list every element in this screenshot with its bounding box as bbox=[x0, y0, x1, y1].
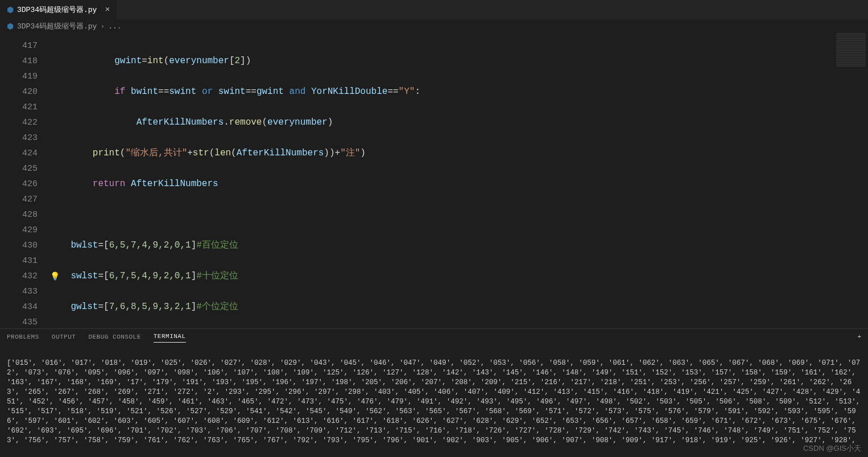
line-number: 435 bbox=[0, 315, 38, 328]
code-line bbox=[49, 207, 868, 223]
line-number: 428 bbox=[0, 207, 38, 223]
code-line: bwlst=[6,5,7,4,9,2,0,1]#百位定位 bbox=[49, 238, 868, 253]
chevron-right-icon: › bbox=[100, 22, 105, 31]
watermark: CSDN @GIS小天 bbox=[803, 443, 861, 454]
terminal-output: ['015', '016', '017', '018', '019', '025… bbox=[7, 359, 861, 447]
editor-tab-active[interactable]: ⬢ 3DP34码超级缩号器.py × bbox=[0, 0, 117, 19]
line-number: 429 bbox=[0, 223, 38, 238]
breadcrumb-file[interactable]: 3DP34码超级缩号器.py bbox=[17, 21, 97, 31]
breadcrumb: ⬢ 3DP34码超级缩号器.py › ... bbox=[0, 20, 868, 32]
line-number: 419 bbox=[0, 69, 38, 84]
python-file-icon: ⬢ bbox=[7, 22, 14, 31]
line-number: 425 bbox=[0, 161, 38, 176]
panel-actions: + bbox=[857, 334, 861, 340]
line-number: 424 bbox=[0, 146, 38, 161]
line-number: 434 bbox=[0, 299, 38, 315]
line-number-gutter: 417 418 419 420 421 422 423 424 425 426 … bbox=[0, 32, 49, 328]
line-number: 420 bbox=[0, 84, 38, 100]
tab-terminal[interactable]: TERMINAL bbox=[154, 331, 186, 343]
code-editor[interactable]: 417 418 419 420 421 422 423 424 425 426 … bbox=[0, 32, 868, 328]
line-number: 430 bbox=[0, 238, 38, 253]
line-number: 422 bbox=[0, 115, 38, 130]
line-number: 431 bbox=[0, 253, 38, 269]
code-line: return AfterKillNumbers bbox=[49, 176, 868, 192]
line-number: 432 bbox=[0, 269, 38, 284]
code-line: if bwint==swint or swint==gwint and YorN… bbox=[49, 84, 868, 100]
code-line: print("缩水后,共计"+str(len(AfterKillNumbers)… bbox=[49, 146, 868, 161]
tab-output[interactable]: OUTPUT bbox=[52, 331, 76, 343]
tab-bar: ⬢ 3DP34码超级缩号器.py × bbox=[0, 0, 868, 20]
lightbulb-icon[interactable]: 💡 bbox=[50, 271, 58, 279]
code-line: gwint=int(everynumber[2]) bbox=[49, 53, 868, 69]
line-number: 418 bbox=[0, 53, 38, 69]
tab-filename: 3DP34码超级缩号器.py bbox=[17, 5, 97, 15]
minimap[interactable] bbox=[834, 32, 868, 328]
code-line: gwlst=[7,6,8,5,9,3,2,1]#个位定位 bbox=[49, 299, 868, 315]
tab-debug-console[interactable]: DEBUG CONSOLE bbox=[88, 331, 140, 343]
terminal-panel[interactable]: ['015', '016', '017', '018', '019', '025… bbox=[0, 344, 868, 447]
line-number: 421 bbox=[0, 100, 38, 115]
close-tab-icon[interactable]: × bbox=[105, 5, 110, 15]
python-file-icon: ⬢ bbox=[7, 5, 14, 15]
code-line: swlst=[6,7,5,4,9,2,0,1]#十位定位 bbox=[49, 269, 868, 284]
code-content[interactable]: gwint=int(everynumber[2]) if bwint==swin… bbox=[49, 32, 868, 328]
line-number: 423 bbox=[0, 130, 38, 146]
panel-tab-bar: PROBLEMS OUTPUT DEBUG CONSOLE TERMINAL + bbox=[0, 328, 868, 344]
line-number: 426 bbox=[0, 176, 38, 192]
line-number: 417 bbox=[0, 38, 38, 53]
code-line: AfterKillNumbers.remove(everynumber) bbox=[49, 115, 868, 130]
line-number: 427 bbox=[0, 192, 38, 207]
line-number: 433 bbox=[0, 284, 38, 299]
add-icon[interactable]: + bbox=[857, 334, 861, 340]
breadcrumb-ellipsis[interactable]: ... bbox=[108, 22, 121, 31]
tab-problems[interactable]: PROBLEMS bbox=[7, 331, 39, 343]
